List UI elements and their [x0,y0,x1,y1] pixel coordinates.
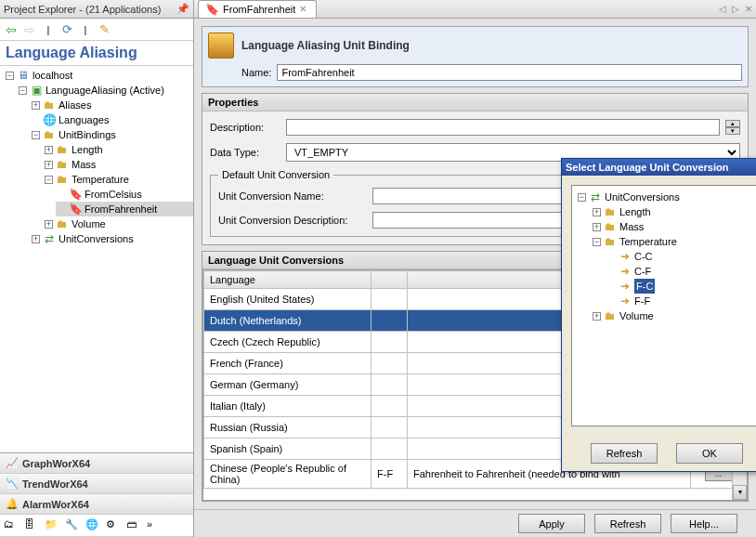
folder-icon: 🖿 [603,234,618,249]
header-box: Language Aliasing Unit Binding Name: [202,26,749,87]
binding-item-icon: 🔖 [68,202,83,216]
default-conversion-legend: Default Unit Conversion [218,169,333,180]
stack-icon-bar: 🗂 🗄 📁 🔧 🌐 ⚙ 🗃 » [0,515,193,537]
stack-overflow-icon[interactable]: » [147,518,162,533]
refresh-icon[interactable]: ⟳ [59,22,74,37]
folder-icon: 🖿 [55,142,70,157]
conversion-item-icon: ➜ [618,264,632,279]
tab-close-icon[interactable]: ✕ [299,4,310,15]
col-language[interactable]: Language [204,271,371,289]
toolbar-separator: | [41,22,56,37]
dialog-title: Select Language Unit Conversion [566,162,728,173]
tree-node-mass[interactable]: +🖿Mass [43,157,193,172]
properties-title: Properties [202,94,748,111]
explorer-toolbar: ⇦ ⇨ | ⟳ | ✎ [0,19,193,41]
tree-node-fromcelsius[interactable]: 🔖FromCelsius [56,187,193,202]
cell-conv [371,332,408,353]
datatype-label: Data Type: [210,147,280,158]
tab-next-icon[interactable]: ▷ [732,4,739,14]
dlg-node-cc[interactable]: ➜C-C [606,249,756,264]
tree-node-unitconversions[interactable]: +⇄UnitConversions [30,231,193,246]
tree-node-aliases[interactable]: +🖿Aliases [30,98,193,112]
refresh-button[interactable]: Refresh [594,514,661,533]
explorer-header: Project Explorer - (21 Applications) 📌 [0,0,193,19]
alarm-icon: 🔔 [6,498,19,510]
dlg-node-root[interactable]: −⇄UnitConversions [576,190,756,204]
dialog-body: −⇄UnitConversions +🖿Length +🖿Mass −🖿Temp… [562,176,756,436]
tab-prev-icon[interactable]: ◁ [719,4,726,14]
header-title: Language Aliasing Unit Binding [241,39,410,52]
tree-node-fromfahrenheit[interactable]: 🔖FromFahrenheit [56,202,193,216]
pin-icon[interactable]: 📌 [176,3,189,16]
stack-icon[interactable]: 🌐 [85,518,100,533]
cell-language: German (Germany) [204,374,371,396]
cell-language: Russian (Russia) [204,417,371,439]
cell-language: Italian (Italy) [204,396,371,417]
dlg-node-fc[interactable]: ➜F-C [606,279,756,294]
dlg-node-volume[interactable]: +🖿Volume [591,308,756,323]
binding-icon: 🖿 [42,127,57,142]
stack-icon[interactable]: 🗃 [126,518,141,533]
tab-fromfahrenheit[interactable]: 🔖 FromFahrenheit ✕ [198,0,317,18]
binding-header-icon [208,33,234,59]
cell-conv [371,439,408,460]
tree-node-app[interactable]: −▣LanguageAliasing (Active) [17,83,193,98]
stack-icon[interactable]: 🗂 [4,518,19,533]
stack-trendworx[interactable]: 📉TrendWorX64 [0,474,193,494]
cell-conv [371,353,408,374]
help-button[interactable]: Help... [671,514,737,533]
scroll-down-icon[interactable]: ▾ [733,485,747,500]
tree-node-languages[interactable]: 🌐Languages [30,112,193,127]
conversion-icon: ⇄ [42,231,57,246]
dialog-tree[interactable]: −⇄UnitConversions +🖿Length +🖿Mass −🖿Temp… [571,185,756,426]
folder-icon: 🖿 [603,204,618,219]
edit-icon[interactable]: ✎ [97,22,111,37]
stack-icon[interactable]: 📁 [45,518,59,533]
folder-icon: 🖿 [55,172,70,187]
dialog-ok-button[interactable]: OK [676,443,743,464]
editor-panel: 🔖 FromFahrenheit ✕ ◁ ▷ ✕ Language Aliasi… [194,0,756,537]
stack-alarmworx[interactable]: 🔔AlarmWorX64 [0,494,193,515]
footer-buttons: Apply Refresh Help... [194,509,756,537]
tab-close-all-icon[interactable]: ✕ [745,4,752,14]
project-explorer-panel: Project Explorer - (21 Applications) 📌 ⇦… [0,0,194,537]
forward-button: ⇨ [22,22,37,37]
cell-language: Spanish (Spain) [204,439,371,460]
stack-icon[interactable]: 🗄 [24,518,39,533]
description-input[interactable] [286,119,720,136]
name-input[interactable] [277,64,742,81]
stack-graphworx[interactable]: 📈GraphWorX64 [0,453,193,474]
tree-node-length[interactable]: +🖿Length [43,142,193,157]
cell-language: Chinese (People's Republic of China) [204,460,371,489]
cell-language: English (United States) [204,289,371,310]
description-spinner[interactable]: ▴▾ [725,120,740,135]
tree-node-temperature[interactable]: −🖿Temperature [43,172,193,187]
conversion-item-icon: ➜ [618,249,632,264]
dlg-node-cf[interactable]: ➜C-F [606,264,756,279]
select-conversion-dialog: Select Language Unit Conversion ✕ −⇄Unit… [561,158,756,472]
tree-node-volume[interactable]: +🖿Volume [43,216,193,231]
folder-icon: 🖿 [603,308,618,323]
back-button[interactable]: ⇦ [4,22,19,37]
cell-language: Czech (Czech Republic) [204,332,371,353]
cell-language: Dutch (Netherlands) [204,310,371,332]
tree-node-unitbindings[interactable]: −🖿UnitBindings [30,127,193,142]
stack-icon[interactable]: 🔧 [65,518,80,533]
dlg-node-length[interactable]: +🖿Length [591,204,756,219]
col-hidden1[interactable] [371,271,408,289]
stack-panels: 📈GraphWorX64 📉TrendWorX64 🔔AlarmWorX64 🗂… [0,452,193,537]
dlg-node-mass[interactable]: +🖿Mass [591,219,756,234]
stack-icon[interactable]: ⚙ [106,518,121,533]
explorer-tree[interactable]: −🖥localhost −▣LanguageAliasing (Active) … [0,66,193,452]
dlg-node-temperature[interactable]: −🖿Temperature [591,234,756,249]
tree-node-localhost[interactable]: −🖥localhost [4,68,193,83]
cell-conv [371,396,408,417]
dlg-node-ff[interactable]: ➜F-F [606,294,756,308]
folder-icon: 🖿 [55,157,70,172]
globe-icon: 🌐 [42,112,57,127]
dialog-refresh-button[interactable]: Refresh [591,443,658,464]
app-icon: ▣ [29,83,44,98]
cell-conv [371,289,408,310]
dialog-titlebar[interactable]: Select Language Unit Conversion ✕ [562,159,756,176]
apply-button[interactable]: Apply [518,514,585,533]
